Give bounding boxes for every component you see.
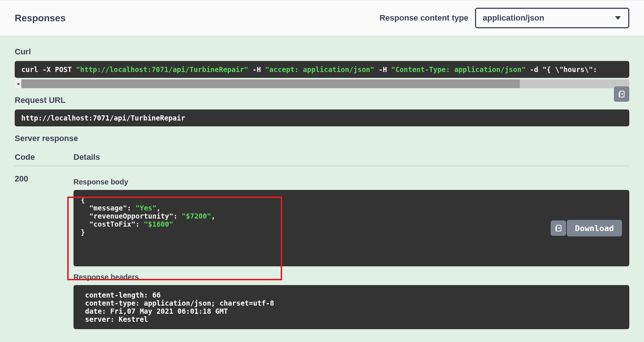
copy-curl-button[interactable]: [614, 86, 629, 102]
curl-flag-h1: -H: [252, 65, 261, 73]
content-type-wrap: Response content type application/json: [379, 8, 629, 28]
rb-rev-comma: ,: [211, 212, 215, 220]
main-section: Curl curl -X POST "http://localhost:7071…: [0, 47, 644, 329]
rb-rev-colon: :: [173, 212, 182, 220]
rb-msg-comma: ,: [156, 204, 161, 212]
copy-response-body-button[interactable]: [551, 220, 566, 236]
curl-url: "http://localhost:7071/api/TurbineRepair…: [76, 65, 248, 73]
status-code: 200: [15, 174, 73, 329]
request-url-value: http://localhost:7071/api/TurbineRepair: [21, 114, 185, 122]
rb-open: {: [81, 196, 85, 204]
curl-flag-h2: -H: [378, 65, 387, 73]
response-row: 200 Response body { "message": "Yes", "r…: [15, 166, 629, 329]
content-type-value: application/json: [483, 13, 544, 22]
response-headers-label: Response headers: [73, 273, 629, 281]
responses-header: Responses Response content type applicat…: [0, 0, 644, 36]
curl-method: POST: [55, 65, 72, 73]
rb-cost-key: "costToFix": [81, 220, 136, 228]
curl-cmd: curl: [21, 65, 38, 73]
rb-msg-val: "Yes": [136, 204, 156, 212]
curl-flag-d: -d: [530, 65, 538, 73]
response-headers-block: content-length: 66 content-type: applica…: [73, 285, 629, 329]
response-body-block: { "message": "Yes", "revenueOpportunity"…: [73, 190, 629, 266]
curl-accept: "accept: application/json": [265, 65, 374, 73]
responses-title: Responses: [15, 12, 66, 24]
curl-code-block: curl -X POST "http://localhost:7071/api/…: [15, 61, 629, 78]
rb-close: }: [81, 228, 85, 236]
curl-flag-x: -X: [42, 65, 51, 73]
col-code-header: Code: [15, 152, 73, 162]
download-button[interactable]: Download: [567, 220, 622, 237]
scroll-track[interactable]: [21, 79, 629, 88]
curl-scrollbar[interactable]: ◄: [15, 79, 629, 88]
curl-label: Curl: [15, 47, 629, 57]
request-url-label: Request URL: [15, 96, 629, 105]
content-type-select[interactable]: application/json: [475, 8, 629, 28]
scroll-left-arrow-icon[interactable]: ◄: [15, 79, 21, 88]
col-details-header: Details: [73, 152, 100, 162]
request-url-block: http://localhost:7071/api/TurbineRepair: [15, 109, 629, 126]
rb-rev-val: "$7200": [182, 212, 211, 220]
response-body-label: Response body: [73, 178, 629, 186]
curl-body: "{ \"hours\":: [543, 65, 597, 73]
scroll-thumb[interactable]: [21, 79, 520, 88]
rb-cost-val: "$1600": [144, 220, 173, 228]
curl-ctype: "Content-Type: application/json": [391, 65, 526, 73]
content-type-label: Response content type: [379, 13, 468, 23]
rb-rev-key: "revenueOpportunity": [81, 212, 173, 220]
response-details: Response body { "message": "Yes", "reven…: [73, 174, 629, 329]
rb-cost-colon: :: [136, 220, 144, 228]
rb-msg-key: "message": [81, 204, 127, 212]
response-table-head: Code Details: [15, 152, 629, 166]
rb-msg-colon: :: [127, 204, 136, 212]
clipboard-icon: [617, 90, 626, 98]
clipboard-icon: [554, 224, 563, 233]
server-response-label: Server response: [15, 134, 629, 143]
